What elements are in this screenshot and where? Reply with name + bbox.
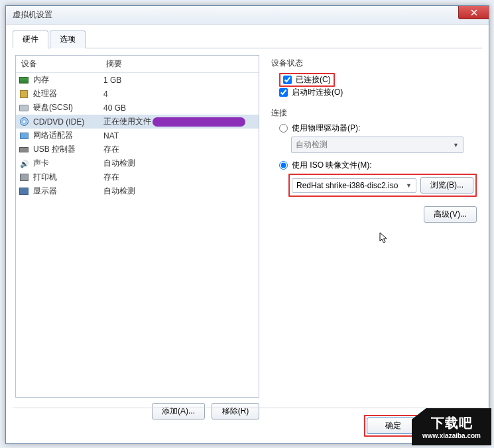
connection-group-label: 连接 [271,107,477,119]
device-summary: 1 GB [103,76,256,85]
device-name: CD/DVD (IDE) [33,117,103,127]
table-row[interactable]: 内存1 GB [16,73,259,87]
cd-icon [19,117,29,127]
device-summary: 自动检测 [103,186,256,197]
status-group-label: 设备状态 [271,58,477,69]
device-name: 声卡 [33,158,103,169]
device-summary: NAT [103,131,256,140]
tab-options[interactable]: 选项 [50,30,86,48]
physical-combo-value: 自动检测 [296,139,328,150]
device-panel: 设备 摘要 内存1 GB处理器4硬盘(SCSI)40 GBCD/DVD (IDE… [15,55,259,420]
table-row[interactable]: 🔊声卡自动检测 [16,156,259,170]
table-row[interactable]: 处理器4 [16,87,259,101]
iso-row: 使用 ISO 映像文件(M): [279,160,477,171]
device-summary: 自动检测 [103,158,256,169]
client-area: 硬件 选项 设备 摘要 内存1 GB处理器4硬盘(SCSI)40 GBCD/DV… [6,25,489,443]
usb-icon [19,144,29,155]
browse-button[interactable]: 浏览(B)... [420,177,473,194]
device-name: 处理器 [33,88,103,99]
sound-icon: 🔊 [19,158,29,169]
device-name: 打印机 [33,172,103,183]
chevron-down-icon: ▼ [406,182,412,189]
table-row[interactable]: 打印机存在 [16,170,259,184]
iso-label[interactable]: 使用 ISO 映像文件(M): [292,160,372,171]
device-name: 内存 [33,74,103,85]
device-summary: 4 [103,89,256,99]
table-row[interactable]: 硬盘(SCSI)40 GB [16,101,259,115]
close-icon [471,9,477,16]
col-summary[interactable]: 摘要 [101,56,259,72]
titlebar[interactable]: 虚拟机设置 [6,6,489,25]
tab-body: 设备 摘要 内存1 GB处理器4硬盘(SCSI)40 GBCD/DVD (IDE… [13,48,482,426]
physical-radio[interactable] [279,124,288,133]
advanced-button[interactable]: 高级(V)... [424,206,477,223]
connected-highlight: 已连接(C) [279,73,335,87]
table-header: 设备 摘要 [16,56,259,73]
memory-icon [19,75,29,85]
connect-poweron-label[interactable]: 启动时连接(O) [292,87,343,98]
tabs: 硬件 选项 [13,30,482,48]
connected-checkbox[interactable] [283,76,292,84]
tab-hardware[interactable]: 硬件 [13,30,48,48]
display-icon [19,186,29,197]
device-summary: 正在使用文件 [103,116,256,127]
iso-highlight: RedHat shrike-i386-disc2.iso ▼ 浏览(B)... [288,174,477,197]
close-button[interactable] [458,6,489,19]
network-icon [19,131,29,141]
table-row[interactable]: CD/DVD (IDE)正在使用文件 [16,115,259,129]
cpu-icon [19,89,29,99]
redacted-path [153,117,245,127]
iso-radio[interactable] [279,161,288,170]
connection-group: 使用物理驱动器(P): 自动检测 ▼ 使用 ISO 映像文件(M): RedHa… [271,123,477,197]
device-name: USB 控制器 [33,144,103,155]
physical-label[interactable]: 使用物理驱动器(P): [292,123,360,134]
advanced-row: 高级(V)... [271,206,477,223]
printer-icon [19,172,29,183]
settings-window: 虚拟机设置 硬件 选项 设备 摘要 内存1 GB处理器4硬盘(SCSI)40 G… [5,5,489,444]
device-name: 网络适配器 [33,130,103,141]
physical-combo[interactable]: 自动检测 ▼ [291,137,463,153]
connected-label[interactable]: 已连接(C) [296,74,331,85]
device-table: 设备 摘要 内存1 GB处理器4硬盘(SCSI)40 GBCD/DVD (IDE… [15,55,259,398]
connect-poweron-checkbox[interactable] [279,88,288,97]
iso-combo[interactable]: RedHat shrike-i386-disc2.iso ▼ [292,178,416,193]
table-body: 内存1 GB处理器4硬盘(SCSI)40 GBCD/DVD (IDE)正在使用文… [16,73,259,198]
col-device[interactable]: 设备 [16,56,101,72]
window-title: 虚拟机设置 [13,9,52,21]
table-row[interactable]: 网络适配器NAT [16,129,259,142]
poweron-row: 启动时连接(O) [279,87,477,98]
device-name: 显示器 [33,186,103,197]
iso-combo-value: RedHat shrike-i386-disc2.iso [296,181,398,190]
device-summary: 存在 [103,172,256,183]
status-group: 已连接(C) 启动时连接(O) [271,73,477,98]
device-summary: 存在 [103,144,256,155]
device-summary: 40 GB [103,103,256,113]
detail-panel: 设备状态 已连接(C) 启动时连接(O) 连接 使用物理驱动器(P) [269,55,479,420]
table-row[interactable]: 显示器自动检测 [16,184,259,198]
chevron-down-icon: ▼ [453,142,459,148]
bottom-bar: 确定 取消 [13,408,482,437]
disk-icon [19,103,29,113]
physical-row: 使用物理驱动器(P): [279,123,477,134]
watermark: 下载吧 www.xiazaiba.com [412,408,491,445]
device-name: 硬盘(SCSI) [33,102,103,113]
table-row[interactable]: USB 控制器存在 [16,142,259,156]
watermark-url: www.xiazaiba.com [422,432,481,439]
watermark-text: 下载吧 [431,414,473,432]
